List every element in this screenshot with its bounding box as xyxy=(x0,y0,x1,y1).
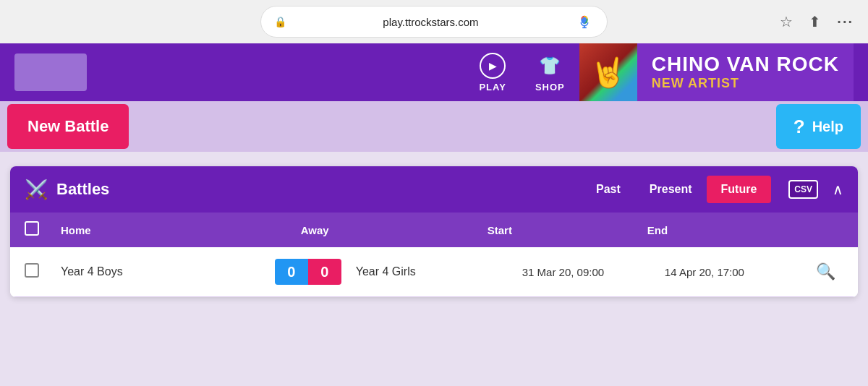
battles-table-header: Home Away Start End xyxy=(10,213,858,247)
header-profile: 🤘 CHINO VAN ROCK NEW ARTIST xyxy=(579,43,854,101)
profile-subtitle: NEW ARTIST xyxy=(652,76,839,91)
lock-icon: 🔒 xyxy=(274,16,286,27)
row-home-team: Year 4 Boys xyxy=(54,265,275,278)
url-text: play.ttrockstars.com xyxy=(294,16,568,28)
col-away: Away xyxy=(301,224,488,236)
score-away: 0 xyxy=(308,259,341,285)
col-home: Home xyxy=(54,224,301,236)
collapse-button[interactable]: ∧ xyxy=(833,181,843,198)
help-button[interactable]: ? Help xyxy=(776,104,861,149)
profile-info: CHINO VAN ROCK NEW ARTIST xyxy=(637,53,854,91)
col-start: Start xyxy=(488,224,647,236)
help-question-icon: ? xyxy=(793,116,805,138)
help-label: Help xyxy=(812,119,843,135)
nav-shop[interactable]: 👕 SHOP xyxy=(535,53,565,93)
csv-export-button[interactable]: CSV xyxy=(788,180,818,199)
profile-name: CHINO VAN ROCK xyxy=(652,53,839,76)
nav-shop-label: SHOP xyxy=(535,82,565,93)
row-score: 0 0 xyxy=(275,259,341,285)
nav-play-label: PLAY xyxy=(479,82,506,93)
row-end-date: 14 Apr 20, 17:00 xyxy=(665,266,807,278)
new-battle-button[interactable]: New Battle xyxy=(7,104,129,149)
row-checkbox[interactable] xyxy=(25,263,54,280)
play-icon: ▶ xyxy=(480,53,506,79)
row-search-button[interactable]: 🔍 xyxy=(816,262,835,281)
address-bar[interactable]: 🔒 play.ttrockstars.com xyxy=(260,6,608,38)
score-home: 0 xyxy=(275,259,308,285)
select-all-checkbox[interactable] xyxy=(25,221,54,239)
microphone-icon[interactable] xyxy=(575,12,594,31)
nav-play[interactable]: ▶ PLAY xyxy=(479,53,506,93)
filter-future-button[interactable]: Future xyxy=(707,176,772,203)
browser-chrome: 🔒 play.ttrockstars.com ☆ ⬆ ··· xyxy=(0,0,868,43)
star-icon[interactable]: ☆ xyxy=(780,13,793,30)
share-icon[interactable]: ⬆ xyxy=(809,13,821,30)
main-content: ⚔️ Battles Past Present Future CSV ∧ Hom… xyxy=(0,152,868,312)
row-start-date: 31 Mar 20, 09:00 xyxy=(522,266,665,278)
action-bar: New Battle ? Help xyxy=(0,101,868,152)
col-end: End xyxy=(647,224,807,236)
shop-icon: 👕 xyxy=(537,53,563,79)
battles-header: ⚔️ Battles Past Present Future CSV ∧ xyxy=(10,166,858,213)
app-header: ▶ PLAY 👕 SHOP 🤘 CHINO VAN ROCK NEW ARTIS… xyxy=(0,43,868,101)
logo-placeholder xyxy=(14,53,87,91)
checkbox-outline-icon xyxy=(25,221,39,236)
battles-title: Battles xyxy=(56,180,573,199)
row-action[interactable]: 🔍 xyxy=(807,262,843,281)
browser-actions: ☆ ⬆ ··· xyxy=(780,13,854,30)
table-row: Year 4 Boys 0 0 Year 4 Girls 31 Mar 20, … xyxy=(10,247,858,297)
battles-section: ⚔️ Battles Past Present Future CSV ∧ Hom… xyxy=(10,166,858,297)
battles-filter-group: Past Present Future xyxy=(582,176,771,203)
header-nav: ▶ PLAY 👕 SHOP xyxy=(479,53,564,93)
row-away-team: Year 4 Girls xyxy=(356,265,522,278)
avatar: 🤘 xyxy=(579,43,637,101)
avatar-image: 🤘 xyxy=(579,43,637,101)
filter-present-button[interactable]: Present xyxy=(635,176,707,203)
battles-icon: ⚔️ xyxy=(25,179,48,201)
filter-past-button[interactable]: Past xyxy=(582,176,635,203)
more-options-icon[interactable]: ··· xyxy=(837,14,854,30)
row-checkbox-icon xyxy=(25,263,39,278)
